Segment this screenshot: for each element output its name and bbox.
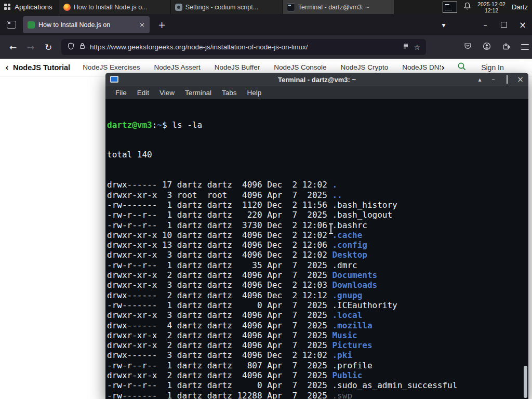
notification-bell-icon[interactable] xyxy=(463,2,471,12)
ls-meta: -rw-r--r-- 1 dartz dartz 220 Apr 7 2025 xyxy=(107,210,332,220)
ls-filename: Downloads xyxy=(332,280,377,290)
ls-meta: drwx------ 17 dartz dartz 4096 Dec 2 12:… xyxy=(107,180,332,190)
ls-row: drwx------ 17 dartz dartz 4096 Dec 2 12:… xyxy=(107,180,521,190)
taskbar-item[interactable]: Settings - codium script... xyxy=(171,0,283,14)
site-nav-link[interactable]: NodeJS Crypto xyxy=(341,63,389,71)
taskbar-item-label: Settings - codium script... xyxy=(185,4,258,11)
ls-meta: -rw------- 1 dartz dartz 0 Apr 7 2025 xyxy=(107,300,332,310)
tab-close-icon[interactable]: × xyxy=(139,21,145,29)
clock[interactable]: 2025-12-02 12:12 xyxy=(477,1,506,14)
prompt-path: ~ xyxy=(157,120,162,130)
browser-tab-bar: How to Install Node.js on × + ▾ – × xyxy=(0,14,532,35)
url-bar[interactable]: https://www.geeksforgeeks.org/node-js/in… xyxy=(61,39,426,55)
ls-meta: drwxr-xr-x 2 dartz dartz 4096 Apr 7 2025 xyxy=(107,340,332,350)
ls-row: drwxr-xr-x 10 dartz dartz 4096 Dec 2 12:… xyxy=(107,230,521,240)
ls-filename: .bashrc xyxy=(332,220,367,230)
window-maximize-button[interactable] xyxy=(495,21,513,29)
ls-filename: .. xyxy=(332,190,342,200)
ls-row: drwxr-xr-x 13 dartz dartz 4096 Dec 2 12:… xyxy=(107,240,521,250)
back-button[interactable]: ← xyxy=(4,42,22,52)
nav-prev-icon[interactable]: ‹ xyxy=(5,62,9,73)
ls-filename: Pictures xyxy=(332,340,372,350)
terminal-output[interactable]: dartz@vm3:~$ ls -la total 140 drwx------… xyxy=(105,99,528,399)
taskbar-item[interactable]: Terminal - dartz@vm3: ~ xyxy=(283,0,394,14)
toolbar-right-icons xyxy=(464,42,532,52)
site-nav-link[interactable]: NodeJS Exercises xyxy=(83,63,140,71)
panel-user[interactable]: Dartz xyxy=(512,3,528,11)
ls-meta: drwxr-xr-x 3 dartz dartz 4096 Apr 7 2025 xyxy=(107,310,332,320)
ls-meta: -rw-r--r-- 1 dartz dartz 807 Apr 7 2025 xyxy=(107,361,332,370)
window-minimize-button[interactable]: – xyxy=(476,21,495,29)
tray-terminal-icon[interactable] xyxy=(443,2,457,13)
reload-button[interactable]: ↻ xyxy=(39,42,57,52)
terminal-shade-button[interactable]: ▴ xyxy=(476,76,484,83)
list-all-tabs-icon[interactable]: ▾ xyxy=(434,21,453,29)
account-icon[interactable] xyxy=(483,42,491,52)
ls-row: -rw-r--r-- 1 dartz dartz 35 Apr 7 2025 .… xyxy=(107,260,521,270)
applications-icon xyxy=(4,4,11,10)
tab-title: How to Install Node.js on xyxy=(38,21,136,29)
terminal-menu-terminal[interactable]: Terminal xyxy=(180,89,217,97)
scrollbar-thumb[interactable] xyxy=(524,366,527,398)
prompt-line: dartz@vm3:~$ ls -la xyxy=(107,120,521,130)
taskbar-item[interactable]: How to Install Node.js o... xyxy=(59,0,171,14)
site-brand[interactable]: NodeJS Tutorial xyxy=(13,63,70,72)
browser-tab[interactable]: How to Install Node.js on × xyxy=(23,16,150,33)
terminal-menu-bar: FileEditViewTerminalTabsHelp xyxy=(105,86,528,99)
settings-icon xyxy=(175,4,182,11)
pocket-icon[interactable] xyxy=(464,42,472,52)
clock-date: 2025-12-02 xyxy=(477,1,506,7)
browser-toolbar: ← → ↻ https://www.geeksforgeeks.org/node… xyxy=(0,35,532,59)
forward-button[interactable]: → xyxy=(22,42,39,52)
ls-row: drwxr-xr-x 3 dartz dartz 4096 Dec 2 12:0… xyxy=(107,280,521,290)
site-nav-link[interactable]: NodeJS Buffer xyxy=(215,63,260,71)
applications-menu[interactable]: Applications xyxy=(0,0,59,14)
reader-mode-icon[interactable] xyxy=(402,43,409,52)
new-tab-button[interactable]: + xyxy=(158,19,166,30)
lock-icon[interactable] xyxy=(79,42,86,52)
ls-row: drwx------ 2 dartz dartz 4096 Dec 2 12:1… xyxy=(107,290,521,300)
ls-meta: -rw-r--r-- 1 dartz dartz 0 Apr 7 2025 xyxy=(107,380,332,390)
window-controls: ▾ – × xyxy=(434,14,532,35)
ls-row: -rw------- 1 dartz dartz 0 Apr 7 2025 .I… xyxy=(107,300,521,310)
terminal-menu-view[interactable]: View xyxy=(154,89,180,97)
ls-row: -rw------- 1 dartz dartz 1120 Dec 2 11:5… xyxy=(107,200,521,210)
terminal-menu-tabs[interactable]: Tabs xyxy=(217,89,242,97)
terminal-minimize-button[interactable]: – xyxy=(489,76,497,83)
ls-row: drwxr-xr-x 3 root root 4096 Apr 7 2025 .… xyxy=(107,190,521,200)
terminal-close-button[interactable]: × xyxy=(516,75,524,84)
ls-row: -rw-r--r-- 1 dartz dartz 0 Apr 7 2025 .s… xyxy=(107,380,521,390)
ls-listing: drwx------ 17 dartz dartz 4096 Dec 2 12:… xyxy=(107,180,521,399)
window-close-button[interactable]: × xyxy=(513,20,532,30)
firefox-icon xyxy=(63,4,71,11)
terminal-maximize-button[interactable] xyxy=(503,76,511,83)
site-nav-link[interactable]: NodeJS Console xyxy=(274,63,326,71)
system-tray: 2025-12-02 12:12 Dartz xyxy=(443,0,532,14)
terminal-menu-help[interactable]: Help xyxy=(242,89,267,97)
site-nav-link[interactable]: NodeJS DNS xyxy=(402,63,441,71)
ls-row: -rw-r--r-- 1 dartz dartz 807 Apr 7 2025 … xyxy=(107,361,521,370)
terminal-menu-edit[interactable]: Edit xyxy=(132,89,154,97)
sign-in-button[interactable]: Sign In xyxy=(481,63,504,72)
ls-meta: -rw------- 1 dartz dartz 12288 Apr 7 202… xyxy=(107,391,332,399)
terminal-scrollbar[interactable] xyxy=(523,99,528,399)
ls-meta: drwxr-xr-x 3 dartz dartz 4096 Dec 2 12:0… xyxy=(107,250,332,260)
taskbar-item-label: Terminal - dartz@vm3: ~ xyxy=(298,4,369,11)
site-nav-link[interactable]: NodeJS Assert xyxy=(154,63,200,71)
terminal-menu-file[interactable]: File xyxy=(110,89,132,97)
nav-next-icon[interactable]: › xyxy=(441,62,445,73)
site-nav-links: NodeJS ExercisesNodeJS AssertNodeJS Buff… xyxy=(83,63,441,71)
extensions-puzzle-icon[interactable] xyxy=(502,42,510,52)
bookmark-star-icon[interactable]: ☆ xyxy=(414,43,420,51)
tracking-shield-icon[interactable] xyxy=(67,42,75,52)
ls-row: drwx------ 4 dartz dartz 4096 Apr 7 2025… xyxy=(107,321,521,330)
site-search-icon[interactable] xyxy=(457,62,467,73)
terminal-app-icon xyxy=(110,76,118,83)
menu-hamburger-icon[interactable] xyxy=(521,44,529,50)
firefox-view-icon[interactable] xyxy=(7,21,16,29)
ls-meta: -rw-r--r-- 1 dartz dartz 35 Apr 7 2025 xyxy=(107,260,332,270)
ls-filename: .local xyxy=(332,310,362,320)
ls-row: -rw------- 1 dartz dartz 12288 Apr 7 202… xyxy=(107,391,521,399)
url-text[interactable]: https://www.geeksforgeeks.org/node-js/in… xyxy=(90,43,398,51)
terminal-title-bar[interactable]: Terminal - dartz@vm3: ~ ▴ – × xyxy=(105,73,528,86)
